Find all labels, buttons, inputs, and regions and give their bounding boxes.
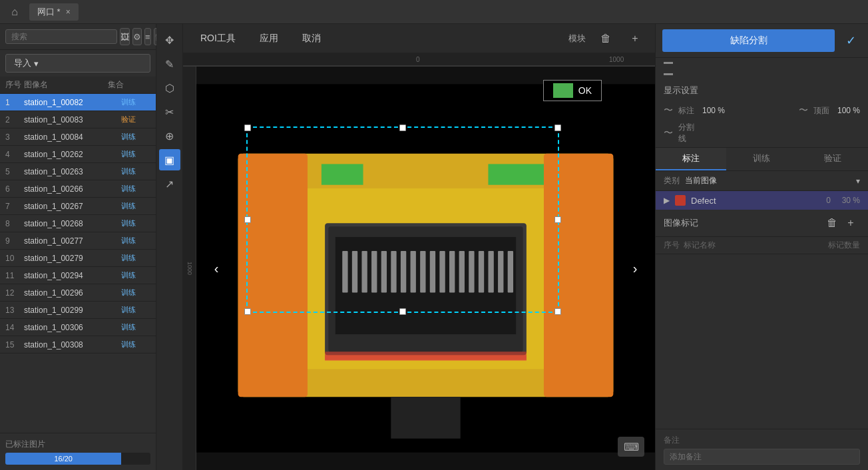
table-row[interactable]: 3 station_1_00084 训练: [0, 128, 156, 146]
display-settings-section: 显示设置 〜 标注 100 % 〜 顶面 100 % 〜 分割线: [656, 79, 868, 148]
cut-tool[interactable]: ✂: [159, 101, 180, 122]
row-set: 训练: [117, 149, 150, 159]
mark-display-row: 〜 标注 100 % 〜 顶面 100 %: [656, 102, 868, 119]
polygon-tool[interactable]: ⬡: [159, 77, 180, 99]
roi-handle-bl[interactable]: [244, 308, 251, 315]
home-icon[interactable]: ⌂: [7, 4, 23, 20]
roi-handle-bc[interactable]: [399, 308, 406, 315]
defect-pct-value: 30 %: [836, 196, 860, 205]
tab-close-icon[interactable]: ×: [66, 7, 71, 17]
rect-select-tool[interactable]: ▣: [159, 149, 180, 170]
progress-fill: 16/20: [5, 453, 121, 465]
apply-button[interactable]: 应用: [253, 30, 285, 47]
col-header-seq: 序号: [5, 79, 24, 91]
row-name: station_1_00082: [24, 98, 117, 107]
annotation-tab-2[interactable]: 验证: [797, 148, 868, 170]
module-label: 模块: [568, 33, 586, 45]
roi-handle-br[interactable]: [554, 308, 561, 315]
prev-image-button[interactable]: ‹: [203, 248, 230, 288]
roi-handle-mr[interactable]: [554, 216, 561, 223]
seg-display-row: 〜 分割线: [656, 119, 868, 147]
progress-bar: 16/20: [5, 453, 150, 465]
defect-segment-button[interactable]: 缺陷分割: [662, 29, 835, 52]
tool-panel: ✥✎⬡✂⊕▣↗: [156, 24, 183, 470]
table-row[interactable]: 11 station_1_00294 训练: [0, 267, 156, 284]
mark-display-icon: 〜: [664, 105, 673, 117]
canvas-main[interactable]: OK ‹ › ⌨: [196, 67, 655, 470]
canvas-content-row: 1000: [183, 67, 655, 470]
category-row: 类别 当前图像 ▾: [656, 171, 868, 191]
table-row[interactable]: 7 station_1_00267 训练: [0, 198, 156, 215]
table-row[interactable]: 6 station_1_00266 训练: [0, 180, 156, 198]
row-seq: 1: [5, 98, 24, 107]
mark-delete-icon[interactable]: 🗑: [823, 214, 841, 232]
front-display-label: 顶面: [813, 105, 832, 117]
tab-label: 网口 *: [37, 6, 61, 18]
cancel-button[interactable]: 取消: [296, 30, 327, 47]
module-add-icon[interactable]: +: [626, 29, 644, 48]
category-dropdown-icon[interactable]: ▾: [856, 176, 860, 186]
roi-handle-tl[interactable]: [244, 124, 251, 131]
keyboard-icon[interactable]: ⌨: [618, 437, 644, 457]
defect-name-label: Defect: [691, 196, 809, 206]
draw-tool[interactable]: ✎: [159, 53, 180, 75]
row-seq: 5: [5, 167, 24, 176]
roi-handle-tr[interactable]: [554, 124, 561, 131]
category-label: 类别: [664, 175, 680, 186]
table-row[interactable]: 2 station_1_00083 验证: [0, 111, 156, 128]
filter-icon-btn[interactable]: ⚙: [132, 28, 142, 45]
row-name: station_1_00306: [24, 323, 117, 332]
search-input[interactable]: [5, 29, 117, 44]
title-tab[interactable]: 网口 * ×: [29, 3, 79, 21]
next-image-button[interactable]: ›: [622, 248, 648, 288]
ok-green-block: [553, 83, 573, 98]
move-tool[interactable]: ✥: [159, 29, 180, 51]
display-settings-title: 显示设置: [656, 79, 868, 102]
defect-expand-icon: ▶: [664, 196, 670, 205]
row-set: 训练: [117, 288, 150, 298]
row-set: 训练: [117, 305, 150, 315]
row-name: station_1_00083: [24, 115, 117, 124]
svg-text:0: 0: [416, 56, 420, 63]
row-seq: 7: [5, 202, 24, 211]
module-delete-icon[interactable]: 🗑: [596, 29, 615, 48]
annotation-tab-0[interactable]: 标注: [656, 148, 726, 170]
confirm-button[interactable]: ✓: [840, 30, 861, 51]
arrow-tool[interactable]: ↗: [159, 173, 180, 194]
table-row[interactable]: 4 station_1_00262 训练: [0, 146, 156, 163]
annotation-tabs: 标注训练验证: [656, 148, 868, 171]
row-seq: 2: [5, 115, 24, 124]
row-seq: 13: [5, 306, 24, 315]
right-panel: 缺陷分割 ✓ 显示设置 〜 标注 100 % 〜 顶面 100 % 〜 分割: [655, 24, 868, 470]
row-set: 训练: [117, 236, 150, 246]
main-layout: 🖼 ⚙ ≡ 🎧 导入 ▾ 序号 图像名 集合 1 station_1_00082…: [0, 24, 868, 470]
row-seq: 15: [5, 340, 24, 350]
mark-display-value: 100 %: [702, 106, 725, 115]
notes-input[interactable]: [664, 449, 860, 465]
list-icon-btn[interactable]: ≡: [144, 28, 151, 45]
roi-handle-tc[interactable]: [399, 124, 406, 131]
annotation-tab-1[interactable]: 训练: [726, 148, 797, 170]
row-name: station_1_00084: [24, 132, 117, 142]
defect-list-item[interactable]: ▶ Defect 0 30 %: [656, 191, 868, 210]
roi-tool-button[interactable]: ROI工具: [194, 30, 242, 47]
roi-handle-ml[interactable]: [244, 216, 251, 223]
roi-selection-box[interactable]: [246, 126, 559, 313]
table-header: 序号 图像名 集合: [0, 77, 156, 94]
table-row[interactable]: 13 station_1_00299 训练: [0, 302, 156, 319]
table-row[interactable]: 12 station_1_00296 训练: [0, 284, 156, 302]
notes-content: 备注: [656, 429, 868, 470]
import-button[interactable]: 导入 ▾: [5, 54, 150, 73]
mark-add-icon[interactable]: +: [841, 214, 860, 232]
table-row[interactable]: 9 station_1_00277 训练: [0, 232, 156, 250]
table-row[interactable]: 10 station_1_00279 训练: [0, 250, 156, 267]
table-row[interactable]: 5 station_1_00263 训练: [0, 163, 156, 180]
table-row[interactable]: 1 station_1_00082 训练: [0, 94, 156, 111]
mark-col-header-name: 标记名称: [684, 240, 820, 251]
image-mark-title: 图像标记: [664, 217, 823, 229]
table-row[interactable]: 8 station_1_00268 训练: [0, 215, 156, 232]
table-row[interactable]: 15 station_1_00308 训练: [0, 336, 156, 353]
crosshair-tool[interactable]: ⊕: [159, 125, 180, 146]
image-icon-btn[interactable]: 🖼: [120, 28, 130, 45]
table-row[interactable]: 14 station_1_00306 训练: [0, 319, 156, 336]
